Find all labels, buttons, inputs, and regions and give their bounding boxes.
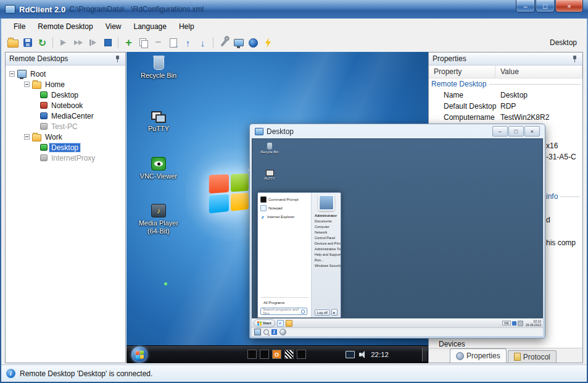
value-column-header[interactable]: Value	[495, 65, 582, 78]
maximize-button[interactable]: □	[536, 0, 555, 12]
session-desktop-icon-putty[interactable]: PuTTY	[256, 170, 283, 180]
pin-icon[interactable]	[571, 55, 579, 63]
start-menu-item-command-prompt[interactable]: Command Prompt	[258, 195, 311, 204]
taskbar-clock[interactable]: 22:12	[371, 351, 389, 358]
session-desktop-icon-recycle-bin[interactable]: Recycle Bin	[256, 143, 283, 154]
start-menu-place-administrative-tools[interactable]: Administrative Tools	[312, 246, 341, 251]
session-titlebar[interactable]: Desktop – □ ×	[252, 124, 543, 138]
start-menu-place-computer[interactable]: Computer	[312, 224, 341, 229]
menu-file[interactable]: File	[7, 20, 31, 33]
session-maximize-button[interactable]: □	[508, 126, 524, 137]
tray-icon[interactable]	[518, 321, 523, 326]
volume-tray-icon[interactable]	[359, 351, 366, 358]
language-indicator[interactable]: DE	[502, 321, 511, 326]
menu-language[interactable]: Language	[128, 20, 173, 33]
refresh-button[interactable]: ↻	[36, 36, 49, 49]
session-compression-icon[interactable]: Z	[271, 329, 277, 335]
open-file-button[interactable]	[6, 36, 19, 49]
tree-node-desktop[interactable]: Desktop	[6, 90, 125, 100]
session-close-button[interactable]: ×	[524, 126, 540, 137]
pin-icon[interactable]	[114, 55, 122, 63]
session-monitor-icon[interactable]	[254, 329, 261, 335]
about-button[interactable]	[247, 36, 260, 49]
expander-icon[interactable]	[24, 134, 30, 140]
tree-node-home[interactable]: Home	[6, 79, 125, 90]
expander-icon[interactable]	[24, 82, 30, 87]
menu-view[interactable]: View	[99, 20, 128, 33]
taskbar-item-icon[interactable]: O	[272, 350, 281, 359]
session-desktop[interactable]: Recycle BinPuTTY Command PromptNotepadeI…	[252, 138, 543, 318]
start-menu-place-control-panel[interactable]: Control Panel	[312, 235, 341, 240]
connect-all-button[interactable]	[72, 36, 85, 49]
start-menu-place-documents[interactable]: Documents	[312, 218, 341, 224]
property-row-computername[interactable]: ComputernameTestWin2K8R2	[429, 112, 582, 123]
add-desktop-button[interactable]: +	[122, 36, 135, 49]
session-disc-icon[interactable]	[280, 329, 286, 335]
session-start-button[interactable]: Start	[254, 319, 275, 327]
tab-properties[interactable]: Properties	[450, 348, 507, 363]
tree-node-work[interactable]: Work	[6, 132, 125, 142]
copy-button[interactable]	[137, 36, 150, 49]
close-button[interactable]: ×	[555, 0, 583, 12]
start-menu-place-run[interactable]: Run...	[312, 257, 341, 263]
expander-icon[interactable]	[9, 71, 15, 77]
start-search-input[interactable]: Search programs and files	[260, 308, 307, 315]
log-off-button[interactable]: Log off	[315, 309, 330, 316]
all-programs-item[interactable]: All Programs	[263, 301, 284, 305]
start-menu-item-internet-explorer[interactable]: eInternet Explorer	[258, 213, 311, 221]
save-button[interactable]	[21, 36, 34, 49]
start-menu-item-notepad[interactable]: Notepad	[258, 204, 311, 213]
log-off-options-button[interactable]	[331, 309, 337, 316]
taskbar-item-icon[interactable]	[297, 350, 306, 359]
remote-screen-button[interactable]	[232, 36, 245, 49]
desktop-icon-putty[interactable]: PuTTY	[138, 111, 180, 133]
remove-button[interactable]: −	[152, 36, 165, 49]
tray-icon[interactable]	[512, 321, 516, 326]
tree-node-root[interactable]: Root	[6, 69, 125, 79]
move-up-button[interactable]: ↑	[181, 36, 194, 49]
start-menu-place-windows-security[interactable]: Windows Security	[312, 263, 341, 268]
stop-button[interactable]	[101, 36, 114, 49]
remote-taskbar[interactable]: O 22:12	[126, 345, 428, 363]
tree-node-mediacenter[interactable]: MediaCenter	[6, 111, 125, 121]
export-button[interactable]	[167, 36, 180, 49]
desktop-icon-vnc-viewer[interactable]: VNC-Viewer	[138, 157, 180, 180]
menu-help[interactable]: Help	[173, 20, 201, 33]
settings-button[interactable]	[217, 36, 230, 49]
session-minimize-button[interactable]: –	[492, 126, 508, 137]
session-taskbar[interactable]: Start e DE 22:12 29.09.2013	[252, 318, 543, 327]
property-row-name[interactable]: NameDesktop	[429, 90, 582, 101]
start-menu-place-help-and-support[interactable]: Help and Support	[312, 251, 341, 257]
taskbar-item-icon[interactable]	[260, 350, 269, 359]
connect-button[interactable]	[57, 36, 70, 49]
display-tray-icon[interactable]	[346, 351, 355, 358]
show-desktop-button[interactable]	[422, 348, 427, 361]
tree-node-notebook[interactable]: Notebook	[6, 100, 125, 111]
tree-node-internetproxy[interactable]: InternetProxy	[6, 153, 125, 163]
quick-connect-button[interactable]	[262, 36, 275, 49]
session-zoom-icon[interactable]	[263, 329, 269, 335]
tree-node-test-pc[interactable]: Test-PC	[6, 121, 125, 132]
disconnect-button[interactable]	[86, 36, 99, 49]
session-clock[interactable]: 22:12 29.09.2013	[526, 319, 541, 327]
session-window[interactable]: Desktop – □ × Recycle BinPuTTY Command P…	[249, 124, 545, 339]
titlebar[interactable]: RdClient 2.0 C:\ProgramData\...\RdConfig…	[0, 0, 588, 19]
property-column-header[interactable]: Property	[429, 65, 495, 78]
start-menu-place-devices-and-printers[interactable]: Devices and Printers	[312, 240, 341, 246]
move-down-button[interactable]: ↓	[196, 36, 209, 49]
taskbar-item-icon[interactable]	[247, 350, 257, 359]
property-row-default-desktop[interactable]: Default DesktopRDP	[429, 101, 582, 112]
clipped-property-text: d	[546, 216, 550, 224]
minimize-button[interactable]: –	[516, 0, 535, 12]
explorer-taskbar-icon[interactable]	[286, 320, 292, 327]
start-menu-place-administrator[interactable]: Administrator	[312, 213, 341, 218]
start-menu-place-network[interactable]: Network	[312, 229, 341, 235]
menu-remote-desktop[interactable]: Remote Desktop	[31, 20, 99, 33]
start-button[interactable]	[131, 347, 147, 363]
desktop-icon-recycle-bin[interactable]: Recycle Bin	[138, 57, 180, 80]
desktop-icon-media-player-64-bit[interactable]: Media Player (64-Bit)	[138, 204, 180, 235]
taskbar-item-icon[interactable]	[284, 350, 294, 359]
tree-node-desktop[interactable]: Desktop	[6, 142, 125, 153]
tab-protocol[interactable]: Protocol	[508, 350, 557, 363]
ie-taskbar-icon[interactable]: e	[277, 320, 284, 327]
